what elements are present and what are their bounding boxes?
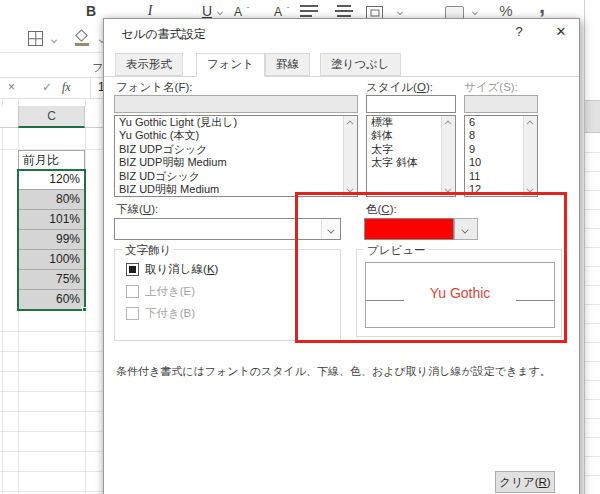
cell-80[interactable]: 80% (18, 190, 85, 210)
cell-100[interactable]: 100% (18, 250, 85, 270)
tab-fill[interactable]: 塗りつぶし (320, 53, 401, 76)
ribbon-divider (0, 52, 110, 53)
scrollbar[interactable] (523, 116, 537, 196)
formula-bar: × ✓ fx 1 (0, 77, 108, 99)
enter-icon[interactable]: ✓ (42, 80, 52, 94)
checkbox-empty-icon (126, 285, 139, 298)
fill-color-bucket (75, 29, 88, 42)
clear-button[interactable]: クリア(R) (495, 471, 555, 493)
list-item[interactable]: BIZ UD明朝 Medium (115, 183, 357, 196)
scroll-up-icon[interactable] (347, 119, 354, 126)
preview-group: プレビュー Yu Gothic (356, 249, 562, 337)
decrease-font-caret: ˇ (284, 0, 292, 20)
size-list[interactable]: 6 8 9 10 11 12 (464, 115, 538, 197)
number-format-dropdown-icon[interactable] (471, 8, 479, 16)
underline-dropdown-icon[interactable] (216, 8, 224, 16)
tab-bar-divider (104, 76, 579, 77)
dialog-footnote: 条件付き書式にはフォントのスタイル、下線、色、および取り消し線が設定できます。 (116, 364, 568, 379)
comma-style-button[interactable]: , (534, 0, 550, 16)
effects-group: 文字飾り 取り消し線(K) 上付き(E) 下付き(B) (114, 249, 341, 341)
font-name-input[interactable] (114, 95, 358, 113)
scroll-down-icon[interactable] (527, 186, 534, 193)
bold-button[interactable]: B (82, 1, 100, 21)
merge-cells-dropdown-icon[interactable] (396, 8, 404, 16)
chevron-down-icon (462, 227, 469, 234)
style-label: スタイル(O): (366, 80, 433, 95)
chevron-down-icon (328, 227, 335, 234)
style-list[interactable]: 標準 斜体 太字 太字 斜体 (366, 115, 456, 197)
effects-group-label: 文字飾り (122, 243, 174, 258)
align-middle-icon[interactable] (335, 5, 353, 19)
font-name-label: フォント名(F): (116, 80, 192, 95)
cell-99[interactable]: 99% (18, 230, 85, 250)
scroll-up-icon[interactable] (527, 119, 534, 126)
excel-window: B I U A ˆ A ˇ % , フ × ✓ fx 1 C 前月比 120% … (0, 0, 600, 494)
tab-bar: 表示形式 フォント 罫線 塗りつぶし (104, 53, 579, 77)
dropdown-button[interactable] (321, 219, 340, 239)
help-button[interactable]: ? (506, 22, 532, 42)
color-label: 色(C): (366, 202, 397, 217)
checkbox-empty-icon (126, 307, 139, 320)
scrollbar[interactable] (343, 116, 357, 196)
underline-dropdown[interactable] (114, 218, 341, 240)
baseline-left (366, 300, 404, 301)
scrollbar[interactable] (441, 116, 455, 196)
cell-zengetsuhi[interactable]: 前月比 (18, 150, 85, 170)
list-item[interactable]: Yu Gothic Light (見出し) (115, 116, 357, 129)
superscript-label: 上付き(E) (145, 285, 195, 298)
underline-label: 下線(U): (116, 202, 158, 217)
align-top-icon[interactable] (300, 5, 318, 19)
borders-dropdown-icon[interactable] (50, 36, 58, 44)
preview-sample-text: Yu Gothic (366, 285, 554, 301)
right-header-cell (585, 100, 600, 133)
color-swatch-red[interactable] (364, 218, 454, 240)
tab-font[interactable]: フォント (196, 53, 265, 77)
baseline-right (516, 300, 554, 301)
preview-box: Yu Gothic (365, 262, 555, 328)
color-dropdown-button[interactable] (454, 218, 478, 240)
strikethrough-label: 取り消し線(K) (145, 263, 218, 276)
subscript-label: 下付き(B) (145, 307, 195, 320)
cancel-icon[interactable]: × (8, 80, 15, 94)
scroll-up-icon[interactable] (445, 119, 452, 126)
format-cells-dialog: セルの書式設定 ? ✕ 表示形式 フォント 罫線 塗りつぶし フォント名(F):… (103, 18, 580, 494)
dialog-title: セルの書式設定 (121, 26, 206, 43)
increase-font-caret: ˆ (244, 0, 252, 20)
fill-color-icon[interactable] (74, 30, 90, 46)
scroll-down-icon[interactable] (445, 186, 452, 193)
close-icon[interactable]: ✕ (548, 22, 574, 42)
checkbox-indeterminate-icon[interactable] (126, 263, 139, 276)
cell-120[interactable]: 120% (18, 170, 85, 190)
column-header-row: C (0, 106, 104, 128)
list-item[interactable]: BIZ UDP明朝 Medium (115, 156, 357, 169)
empty-grid-rows (0, 312, 104, 494)
empty-grid-row (0, 128, 104, 150)
tab-border[interactable]: 罫線 (265, 53, 310, 76)
fill-color-bar (75, 43, 89, 46)
preview-group-label: プレビュー (364, 243, 429, 258)
size-input[interactable] (464, 95, 538, 113)
list-item[interactable]: BIZ UDPゴシック (115, 143, 357, 156)
cell-101[interactable]: 101% (18, 210, 85, 230)
borders-icon[interactable] (28, 31, 43, 46)
insert-function-icon[interactable]: fx (62, 80, 71, 95)
cell-75[interactable]: 75% (18, 270, 85, 290)
list-item[interactable]: BIZ UDゴシック (115, 170, 357, 183)
cell-60[interactable]: 60% (18, 290, 85, 310)
sheet-right-strip (584, 0, 600, 494)
tab-number-format[interactable]: 表示形式 (115, 53, 183, 76)
size-label: サイズ(S): (464, 80, 518, 95)
column-header-c[interactable]: C (18, 106, 85, 128)
list-item[interactable]: Yu Gothic (本文) (115, 129, 357, 142)
font-name-list[interactable]: Yu Gothic Light (見出し) Yu Gothic (本文) BIZ… (114, 115, 358, 197)
scroll-down-icon[interactable] (347, 186, 354, 193)
formula-bar-divider (90, 78, 91, 98)
right-grid-rows (585, 134, 600, 494)
style-input[interactable] (366, 95, 456, 113)
